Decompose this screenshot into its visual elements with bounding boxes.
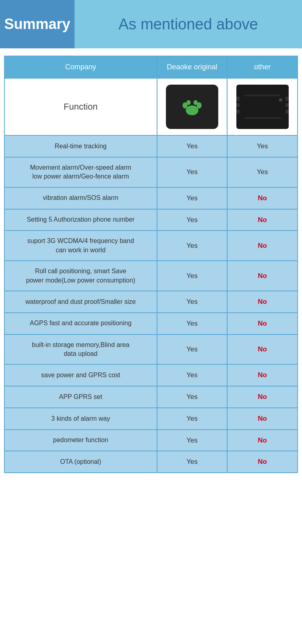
deaoke-cell: Yes (157, 231, 228, 261)
other-cell: No (227, 291, 298, 313)
feature-cell: Movement alarm/Over-speed alarmlow power… (4, 157, 157, 187)
feature-cell: save power and GPRS cost (4, 364, 157, 386)
other-cell: No (227, 209, 298, 231)
other-cell: No (227, 451, 298, 473)
function-label: Function (5, 79, 157, 135)
table-header-row: Company Deaoke original other (4, 56, 298, 78)
other-cell: No (227, 430, 298, 451)
feature-cell: built-in storage memory,Blind areadata u… (4, 334, 157, 365)
other-cell: No (227, 187, 298, 209)
other-device-image (236, 85, 289, 129)
table-row: Setting 5 Authorization phone number Yes… (4, 209, 298, 231)
other-cell: No (227, 386, 298, 408)
paw-icon (178, 93, 206, 121)
svg-point-3 (186, 100, 191, 105)
feature-cell: Real-time tracking (4, 135, 157, 157)
deaoke-cell: Yes (157, 386, 228, 408)
svg-rect-9 (285, 97, 289, 101)
svg-rect-13 (244, 117, 281, 119)
svg-rect-10 (285, 103, 289, 107)
feature-cell: 3 kinds of alarm way (4, 408, 157, 430)
deaoke-cell: Yes (157, 430, 228, 451)
table-row: APP GPRS set Yes No (4, 386, 298, 408)
svg-point-14 (279, 98, 282, 102)
svg-rect-7 (236, 103, 240, 107)
deaoke-cell: Yes (157, 261, 228, 291)
deaoke-cell: Yes (157, 291, 228, 313)
deaoke-cell: Yes (157, 209, 228, 231)
svg-rect-8 (236, 110, 240, 114)
page-title: As mentioned above (74, 16, 302, 33)
other-cell: No (227, 334, 298, 365)
table-row: built-in storage memory,Blind areadata u… (4, 334, 298, 365)
feature-cell: vibration alarm/SOS alarm (4, 187, 157, 209)
table-row: 3 kinds of alarm way Yes No (4, 408, 298, 430)
other-cell: Yes (227, 135, 298, 157)
feature-cell: AGPS fast and accurate positioning (4, 313, 157, 334)
table-row: save power and GPRS cost Yes No (4, 364, 298, 386)
svg-rect-11 (285, 110, 289, 114)
table-row: AGPS fast and accurate positioning Yes N… (4, 313, 298, 334)
function-row: Function (4, 78, 298, 135)
other-cell: No (227, 231, 298, 261)
feature-cell: suport 3G WCDMA/4 frequency bandcan work… (4, 231, 157, 261)
deaoke-cell: Yes (157, 313, 228, 334)
table-row: Real-time tracking Yes Yes (4, 135, 298, 157)
deaoke-cell: Yes (157, 157, 228, 187)
feature-cell: APP GPRS set (4, 386, 157, 408)
table-row: suport 3G WCDMA/4 frequency bandcan work… (4, 231, 298, 261)
other-cell: Yes (227, 157, 298, 187)
table-row: pedometer function Yes No (4, 430, 298, 451)
col-header-deaoke: Deaoke original (157, 56, 228, 78)
svg-point-0 (186, 106, 199, 116)
svg-point-4 (193, 100, 198, 105)
col-header-other: other (227, 56, 298, 78)
feature-cell: Roll call positioning, smart Savepower m… (4, 261, 157, 291)
svg-rect-5 (238, 93, 287, 121)
deaoke-cell: Yes (157, 408, 228, 430)
other-cell: No (227, 313, 298, 334)
feature-cell: OTA (optional) (4, 451, 157, 473)
table-row: vibration alarm/SOS alarm Yes No (4, 187, 298, 209)
deaoke-device-image (166, 85, 218, 129)
feature-cell: pedometer function (4, 430, 157, 451)
table-row: Movement alarm/Over-speed alarmlow power… (4, 157, 298, 187)
other-device-svg (236, 85, 289, 129)
table-row: Roll call positioning, smart Savepower m… (4, 261, 298, 291)
deaoke-cell: Yes (157, 451, 228, 473)
deaoke-cell: Yes (157, 187, 228, 209)
svg-rect-12 (244, 95, 281, 96)
col-header-company: Company (4, 56, 157, 78)
deaoke-cell: Yes (157, 135, 228, 157)
summary-label: Summary (4, 16, 70, 33)
other-cell: No (227, 408, 298, 430)
comparison-table-wrapper: Company Deaoke original other Function (0, 48, 302, 480)
table-row: waterproof and dust proof/Smaller size Y… (4, 291, 298, 313)
feature-cell: Setting 5 Authorization phone number (4, 209, 157, 231)
table-row: OTA (optional) Yes No (4, 451, 298, 473)
deaoke-cell: Yes (157, 364, 228, 386)
page-header: Summary As mentioned above (0, 0, 302, 48)
other-cell: No (227, 261, 298, 291)
feature-cell: waterproof and dust proof/Smaller size (4, 291, 157, 313)
other-cell: No (227, 364, 298, 386)
deaoke-cell: Yes (157, 334, 228, 365)
comparison-table: Company Deaoke original other Function (4, 56, 298, 473)
svg-rect-6 (236, 97, 240, 101)
summary-block: Summary (0, 0, 74, 48)
